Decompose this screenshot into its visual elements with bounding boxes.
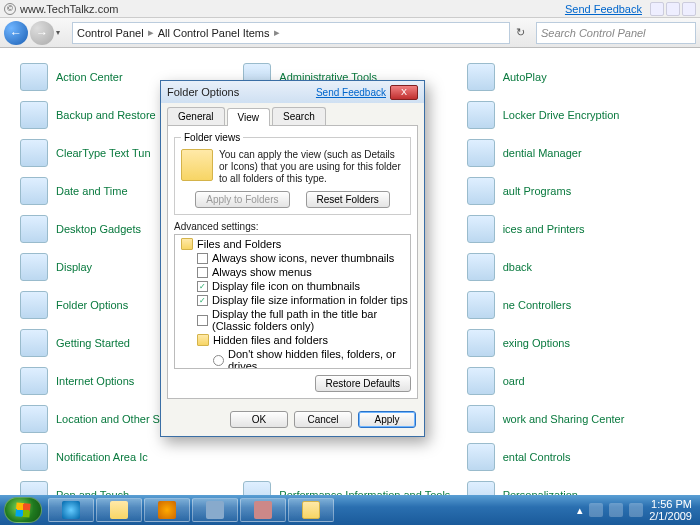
cp-item-icon xyxy=(20,443,48,471)
cp-item-link[interactable]: Display xyxy=(56,261,92,273)
cp-item-link[interactable]: Folder Options xyxy=(56,299,128,311)
cp-item-icon xyxy=(467,215,495,243)
control-panel-item[interactable]: exing Options xyxy=(467,326,680,360)
taskbar[interactable]: ▴ 1:56 PM 2/1/2009 xyxy=(0,495,700,525)
tree-option[interactable]: ✓Display file size information in folder… xyxy=(177,293,408,307)
cp-item-link[interactable]: dential Manager xyxy=(503,147,582,159)
apply-button[interactable]: Apply xyxy=(358,411,416,428)
control-panel-item[interactable]: oard xyxy=(467,364,680,398)
cp-item-link[interactable]: Action Center xyxy=(56,71,123,83)
cp-item-link[interactable]: ault Programs xyxy=(503,185,571,197)
cp-item-link[interactable]: Backup and Restore xyxy=(56,109,156,121)
checkbox-icon xyxy=(197,253,208,264)
control-panel-item[interactable]: ne Controllers xyxy=(467,288,680,322)
control-panel-item[interactable]: Notification Area Ic xyxy=(20,440,233,474)
cp-item-link[interactable]: Notification Area Ic xyxy=(56,451,148,463)
control-panel-item[interactable]: ental Controls xyxy=(467,440,680,474)
network-icon[interactable] xyxy=(609,503,623,517)
breadcrumb-item[interactable]: Control Panel xyxy=(77,27,144,39)
cp-item-link[interactable]: Desktop Gadgets xyxy=(56,223,141,235)
browser-urlbar: © www.TechTalkz.com Send Feedback xyxy=(0,0,700,18)
clock[interactable]: 1:56 PM 2/1/2009 xyxy=(649,498,692,522)
chevron-right-icon: ▸ xyxy=(148,26,154,39)
folder-icon xyxy=(302,501,320,519)
taskbar-explorer-button[interactable] xyxy=(96,498,142,522)
advanced-settings-tree[interactable]: Files and Folders Always show icons, nev… xyxy=(174,234,411,369)
copyright-icon: © xyxy=(4,3,16,15)
dialog-send-feedback-link[interactable]: Send Feedback xyxy=(316,87,386,98)
cp-item-link[interactable]: AutoPlay xyxy=(503,71,547,83)
control-panel-item[interactable]: AutoPlay xyxy=(467,60,680,94)
folder-views-icon xyxy=(181,149,213,181)
cp-item-link[interactable]: oard xyxy=(503,375,525,387)
control-panel-item[interactable]: work and Sharing Center xyxy=(467,402,680,436)
control-panel-item[interactable]: Performance Information and Tools xyxy=(243,478,456,495)
dialog-buttons: OK Cancel Apply xyxy=(161,405,424,436)
tray-expand-icon[interactable]: ▴ xyxy=(577,504,583,517)
dialog-titlebar[interactable]: Folder Options Send Feedback X xyxy=(161,81,424,103)
cp-item-icon xyxy=(467,481,495,495)
cp-item-link[interactable]: ices and Printers xyxy=(503,223,585,235)
control-panel-item[interactable]: Personalization xyxy=(467,478,680,495)
breadcrumb-item[interactable]: All Control Panel Items xyxy=(158,27,270,39)
control-panel-item[interactable]: dback xyxy=(467,250,680,284)
tab-general[interactable]: General xyxy=(167,107,225,125)
send-feedback-link[interactable]: Send Feedback xyxy=(565,3,642,15)
cp-item-icon xyxy=(20,405,48,433)
taskbar-app-button[interactable] xyxy=(240,498,286,522)
cp-item-icon xyxy=(467,367,495,395)
close-button[interactable]: X xyxy=(390,85,418,100)
toolbar-icon[interactable] xyxy=(682,2,696,16)
apply-to-folders-button[interactable]: Apply to Folders xyxy=(195,191,289,208)
cp-item-link[interactable]: ne Controllers xyxy=(503,299,571,311)
flag-icon[interactable] xyxy=(589,503,603,517)
tree-radio-option[interactable]: Don't show hidden files, folders, or dri… xyxy=(177,347,408,369)
cp-item-link[interactable]: work and Sharing Center xyxy=(503,413,625,425)
control-panel-item[interactable]: Locker Drive Encryption xyxy=(467,98,680,132)
search-input[interactable]: Search Control Panel xyxy=(536,22,696,44)
forward-button[interactable]: → xyxy=(30,21,54,45)
tree-option[interactable]: Always show icons, never thumbnails xyxy=(177,251,408,265)
breadcrumb[interactable]: Control Panel ▸ All Control Panel Items … xyxy=(72,22,510,44)
restore-defaults-button[interactable]: Restore Defaults xyxy=(315,375,411,392)
cp-item-link[interactable]: Internet Options xyxy=(56,375,134,387)
tree-option[interactable]: ✓Display file icon on thumbnails xyxy=(177,279,408,293)
cp-item-link[interactable]: ental Controls xyxy=(503,451,571,463)
refresh-icon[interactable]: ↻ xyxy=(510,26,530,39)
nav-history-dropdown[interactable]: ▾ xyxy=(56,28,68,37)
cp-item-link[interactable]: Getting Started xyxy=(56,337,130,349)
cp-item-link[interactable]: Locker Drive Encryption xyxy=(503,109,620,121)
folder-options-dialog: Folder Options Send Feedback X General V… xyxy=(160,80,425,437)
control-panel-item[interactable]: Pen and Touch xyxy=(20,478,233,495)
back-button[interactable]: ← xyxy=(4,21,28,45)
system-tray[interactable]: ▴ 1:56 PM 2/1/2009 xyxy=(577,498,696,522)
control-panel-item[interactable]: ices and Printers xyxy=(467,212,680,246)
taskbar-app-button[interactable] xyxy=(192,498,238,522)
control-panel-item[interactable]: dential Manager xyxy=(467,136,680,170)
cp-item-icon xyxy=(467,405,495,433)
tab-view[interactable]: View xyxy=(227,108,271,126)
ok-button[interactable]: OK xyxy=(230,411,288,428)
cp-item-icon xyxy=(467,139,495,167)
checkbox-icon: ✓ xyxy=(197,281,208,292)
reset-folders-button[interactable]: Reset Folders xyxy=(306,191,390,208)
ie-icon xyxy=(62,501,80,519)
toolbar-icon[interactable] xyxy=(666,2,680,16)
cp-item-link[interactable]: Date and Time xyxy=(56,185,128,197)
cancel-button[interactable]: Cancel xyxy=(294,411,352,428)
taskbar-ie-button[interactable] xyxy=(48,498,94,522)
tab-search[interactable]: Search xyxy=(272,107,326,125)
tree-option[interactable]: Display the full path in the title bar (… xyxy=(177,307,408,333)
taskbar-wmp-button[interactable] xyxy=(144,498,190,522)
volume-icon[interactable] xyxy=(629,503,643,517)
cp-item-link[interactable]: dback xyxy=(503,261,532,273)
cp-item-link[interactable]: ClearType Text Tun xyxy=(56,147,151,159)
taskbar-explorer-window-button[interactable] xyxy=(288,498,334,522)
control-panel-item[interactable]: ault Programs xyxy=(467,174,680,208)
cp-item-icon xyxy=(20,63,48,91)
toolbar-icon[interactable] xyxy=(650,2,664,16)
start-button[interactable] xyxy=(4,497,42,523)
cp-item-link[interactable]: exing Options xyxy=(503,337,570,349)
checkbox-icon xyxy=(197,267,208,278)
tree-option[interactable]: Always show menus xyxy=(177,265,408,279)
